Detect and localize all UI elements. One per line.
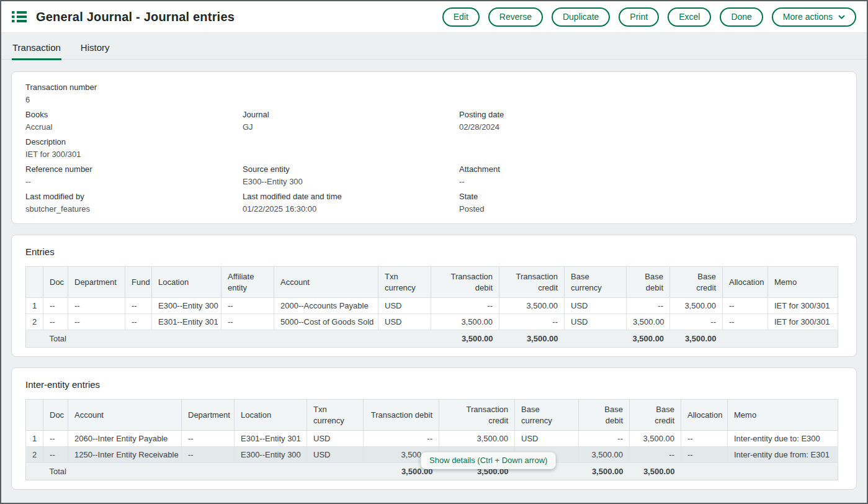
cell-affiliate-entity: --	[221, 314, 274, 330]
edit-button[interactable]: Edit	[442, 7, 480, 27]
field-value: Accrual	[25, 122, 243, 132]
field-transaction-number: Transaction number 6	[25, 83, 243, 104]
cell-location: E300--Entity 300	[235, 447, 307, 463]
field-value: 6	[25, 95, 243, 104]
col-base-currency: Base currency	[515, 400, 579, 431]
duplicate-button[interactable]: Duplicate	[552, 7, 610, 27]
col-base-debit: Base debit	[627, 267, 670, 298]
cell-base-currency: USD	[565, 314, 627, 330]
field-value: E300--Entity 300	[243, 177, 459, 186]
cell-transaction-credit: 3,500.00	[439, 431, 515, 447]
total-base-credit: 3,500.00	[670, 330, 723, 348]
cell-department: --	[182, 447, 235, 463]
inter-entity-row-1[interactable]: 1 -- 2060--Inter Entity Payable -- E301-…	[26, 431, 838, 447]
print-button[interactable]: Print	[619, 7, 659, 27]
more-actions-button[interactable]: More actions	[772, 7, 856, 27]
cell-txn-currency: USD	[378, 314, 431, 330]
cell-account: 1250--Inter Entity Receivable	[68, 447, 182, 463]
cell-blank	[26, 330, 43, 348]
cell-account: 5000--Cost of Goods Sold	[274, 314, 378, 330]
field-reference-number: Reference number --	[25, 164, 243, 186]
col-base-debit: Base debit	[579, 400, 630, 431]
entries-header-row: Doc Department Fund Location Affiliate e…	[26, 267, 838, 298]
total-label: Total	[43, 463, 364, 480]
inter-entity-entries-card: Inter-entity entries Doc Account Departm…	[11, 367, 857, 490]
page-title: General Journal - Journal entries	[36, 10, 235, 24]
cell-allocation: --	[723, 298, 768, 314]
cell-fund: --	[125, 298, 152, 314]
cell-rownum: 2	[26, 447, 43, 463]
col-department: Department	[182, 400, 235, 431]
field-state: State Posted	[459, 192, 843, 214]
field-attachment: Attachment --	[459, 164, 843, 186]
tab-history[interactable]: History	[80, 41, 110, 59]
cell-blank	[681, 463, 838, 480]
cell-base-credit: --	[630, 447, 681, 463]
cell-memo: Inter-entity due from: E301	[728, 447, 838, 463]
col-affiliate-entity: Affiliate entity	[221, 267, 274, 298]
cell-affiliate-entity: --	[221, 298, 274, 314]
field-last-modified-by: Last modified by sbutcher_features	[25, 192, 243, 214]
field-source-entity: Source entity E300--Entity 300	[243, 164, 459, 186]
done-button[interactable]: Done	[720, 7, 763, 27]
cell-transaction-credit: --	[499, 314, 565, 330]
field-label: Last modified by	[25, 192, 243, 201]
col-allocation: Allocation	[681, 400, 728, 431]
reverse-button[interactable]: Reverse	[488, 7, 543, 27]
cell-base-credit: 3,500.00	[670, 298, 723, 314]
col-memo: Memo	[768, 267, 838, 298]
cell-fund: --	[125, 314, 152, 330]
entries-card: Entries Doc Department Fund Location A	[11, 235, 857, 357]
status-value: Posted	[459, 204, 843, 214]
cell-department: --	[68, 314, 125, 330]
col-account: Account	[274, 267, 378, 298]
cell-base-currency: USD	[565, 298, 627, 314]
entries-total-row: Total 3,500.00 3,500.00 3,500.00 3,500.0…	[26, 330, 838, 348]
col-base-credit: Base credit	[670, 267, 723, 298]
cell-blank	[723, 330, 838, 348]
entries-row-1[interactable]: 1 -- -- -- E300--Entity 300 -- 2000--Acc…	[26, 298, 838, 314]
cell-doc: --	[43, 447, 68, 463]
app-window: General Journal - Journal entries Edit R…	[0, 0, 868, 504]
col-location: Location	[152, 267, 221, 298]
top-bar: General Journal - Journal entries Edit R…	[1, 1, 867, 33]
field-value: IET for 300/301	[25, 150, 243, 159]
cell-txn-currency: USD	[378, 298, 431, 314]
col-transaction-credit: Transaction credit	[439, 400, 515, 431]
col-transaction-debit: Transaction debit	[431, 267, 499, 298]
cell-rownum: 1	[26, 298, 43, 314]
col-memo: Memo	[728, 400, 838, 431]
cell-transaction-credit: 3,500.00	[499, 298, 565, 314]
excel-button[interactable]: Excel	[668, 7, 711, 27]
cell-allocation: --	[681, 431, 728, 447]
field-label: Journal	[243, 110, 459, 119]
col-location: Location	[235, 400, 307, 431]
cell-location: E301--Entity 301	[235, 431, 307, 447]
page-content: Transaction number 6 Books Accrual Journ…	[1, 60, 867, 490]
field-label: Last modified date and time	[243, 192, 459, 201]
cell-txn-currency: USD	[307, 447, 364, 463]
list-menu-icon[interactable]	[12, 10, 27, 24]
entries-row-2[interactable]: 2 -- -- -- E301--Entity 301 -- 5000--Cos…	[26, 314, 838, 330]
cell-transaction-debit: --	[431, 298, 499, 314]
cell-rownum: 1	[26, 431, 43, 447]
tab-transaction[interactable]: Transaction	[12, 41, 61, 59]
field-last-modified-datetime: Last modified date and time 01/22/2025 1…	[243, 192, 459, 214]
col-department: Department	[68, 267, 125, 298]
field-label: Attachment	[459, 164, 843, 174]
cell-base-currency: USD	[515, 431, 579, 447]
col-rownum	[26, 267, 43, 298]
field-value: --	[459, 177, 843, 186]
col-txn-currency: Txn currency	[307, 400, 364, 431]
entries-title: Entries	[25, 246, 843, 257]
cell-department: --	[68, 298, 125, 314]
total-base-debit: 3,500.00	[579, 463, 630, 480]
col-doc: Doc	[43, 267, 68, 298]
cell-account: 2000--Accounts Payable	[274, 298, 378, 314]
col-account: Account	[68, 400, 182, 431]
entries-table: Doc Department Fund Location Affiliate e…	[25, 266, 838, 348]
cell-allocation: --	[681, 447, 728, 463]
col-transaction-credit: Transaction credit	[499, 267, 565, 298]
chevron-down-icon	[838, 15, 845, 19]
cell-base-debit: --	[579, 431, 630, 447]
